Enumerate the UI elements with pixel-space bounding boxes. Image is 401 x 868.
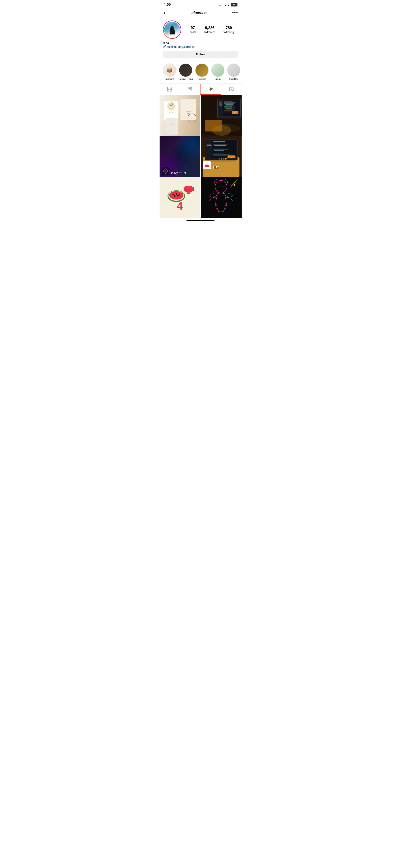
svg-point-6 — [190, 89, 190, 90]
svg-rect-40 — [224, 103, 234, 103]
story-circle-bekicot — [179, 63, 192, 77]
svg-rect-52 — [219, 101, 222, 101]
post-item-6[interactable] — [201, 177, 242, 218]
svg-point-95 — [225, 158, 226, 160]
svg-point-93 — [221, 158, 222, 160]
svg-rect-96 — [207, 161, 235, 162]
svg-rect-1 — [170, 87, 172, 89]
story-image-instax — [211, 64, 224, 76]
tab-clips[interactable] — [200, 84, 221, 95]
status-icons: LTE 74 — [219, 3, 238, 6]
story-image-foodies — [195, 64, 209, 76]
story-item-unboxing[interactable]: 📦 Unboxing — [163, 63, 176, 80]
svg-text:Gadis Cilik di: Gadis Cilik di — [186, 111, 191, 112]
svg-rect-41 — [225, 104, 233, 105]
svg-point-66 — [165, 173, 166, 174]
post-item-3[interactable]: マルチバース — [160, 136, 201, 177]
link-text: bekicotriang.carrd.co — [167, 45, 195, 49]
more-button[interactable]: ••• — [232, 10, 238, 16]
svg-rect-59 — [205, 120, 222, 131]
svg-rect-56 — [219, 105, 222, 106]
svg-rect-0 — [167, 87, 169, 89]
svg-rect-72 — [213, 142, 225, 142]
avatar-image — [164, 22, 180, 38]
story-item-foodies[interactable]: Foodies — [195, 63, 209, 80]
svg-point-94 — [223, 158, 224, 160]
svg-rect-57 — [215, 117, 241, 118]
svg-point-92 — [219, 158, 220, 160]
svg-rect-81 — [213, 153, 224, 153]
svg-rect-88 — [207, 143, 212, 143]
post-image-3: マルチバース — [160, 136, 201, 177]
stories-row: 📦 Unboxing Bekicot Riang Foodies Instax … — [160, 63, 242, 84]
svg-rect-2 — [167, 90, 169, 91]
reels-icon — [187, 87, 192, 92]
post-item-4[interactable]: Share — [201, 136, 242, 177]
following-count: 789 — [223, 26, 234, 30]
svg-text:ちゃん: ちゃん — [169, 112, 173, 113]
svg-point-106 — [176, 193, 177, 195]
nav-header: ‹ aloerena ••• — [160, 7, 242, 18]
story-item-bekicot[interactable]: Bekicot Riang — [179, 63, 193, 80]
post-item-2[interactable]: Share — [201, 95, 242, 136]
svg-point-126 — [211, 211, 211, 211]
stat-followers[interactable]: 9,226 followers — [205, 26, 215, 34]
svg-rect-3 — [170, 90, 172, 91]
story-item-worklau[interactable]: #worklau — [227, 63, 240, 80]
svg-text:Totto: Totto — [191, 117, 193, 118]
signal-icon — [219, 3, 223, 6]
svg-point-119 — [220, 186, 221, 187]
following-label: following — [223, 30, 234, 34]
svg-rect-79 — [214, 150, 224, 151]
story-label-worklau: #worklau — [229, 78, 238, 80]
svg-rect-90 — [207, 145, 212, 146]
svg-point-65 — [167, 170, 168, 172]
status-bar: 4:05 LTE 74 — [160, 0, 242, 7]
svg-rect-113 — [185, 191, 192, 192]
battery-icon: 74 — [231, 3, 238, 6]
story-circle-unboxing: 📦 — [163, 63, 176, 77]
svg-point-63 — [164, 170, 166, 172]
svg-rect-114 — [187, 192, 190, 194]
svg-rect-47 — [224, 111, 233, 111]
profile-top: 97 posts 9,226 followers 789 following — [163, 21, 238, 39]
link-icon — [163, 45, 166, 49]
tab-bar — [160, 84, 242, 95]
stats-row: 97 posts 9,226 followers 789 following — [185, 26, 238, 34]
svg-rect-73 — [213, 143, 229, 143]
profile-section: 97 posts 9,226 followers 789 following r… — [160, 18, 242, 63]
tab-grid[interactable] — [160, 84, 180, 95]
post-item-5[interactable]: 4 — [160, 177, 201, 218]
network-label: LTE — [224, 3, 229, 6]
svg-text:Jendela: Jendela — [187, 113, 190, 114]
svg-rect-48 — [224, 112, 232, 112]
japan-icon-art — [203, 161, 211, 169]
back-button[interactable]: ‹ — [163, 9, 166, 16]
stat-following[interactable]: 789 following — [223, 26, 234, 34]
avatar-wrapper[interactable] — [163, 21, 181, 39]
svg-rect-74 — [213, 144, 227, 145]
story-label-instax: Instax — [215, 78, 221, 80]
story-image-bekicot — [179, 64, 192, 76]
svg-rect-53 — [219, 102, 222, 102]
story-label-foodies: Foodies — [198, 78, 206, 80]
svg-rect-84 — [213, 157, 223, 157]
post-item-1[interactable]: トット ちゃん Totto-chan Gadis Cilik di Jendel… — [160, 95, 201, 136]
story-item-instax[interactable]: Instax — [211, 63, 224, 80]
svg-rect-42 — [225, 105, 234, 106]
profile-link[interactable]: bekicotriang.carrd.co — [163, 45, 238, 49]
japan-label: 日本 — [213, 166, 219, 169]
svg-point-121 — [223, 186, 224, 187]
posts-label: posts — [190, 30, 196, 34]
tab-tagged[interactable] — [221, 84, 241, 95]
svg-text:Tetsu: Tetsu — [170, 129, 172, 130]
follow-button[interactable]: Follow — [163, 51, 238, 58]
sparkle-icon — [208, 87, 213, 92]
multiverse-label: マルチバース — [171, 172, 187, 175]
svg-rect-80 — [213, 152, 225, 152]
tab-reels[interactable] — [180, 84, 200, 95]
svg-rect-21 — [181, 99, 196, 120]
svg-rect-45 — [225, 108, 232, 109]
username-label: aloerena — [191, 11, 207, 15]
stat-posts[interactable]: 97 posts — [190, 26, 196, 34]
